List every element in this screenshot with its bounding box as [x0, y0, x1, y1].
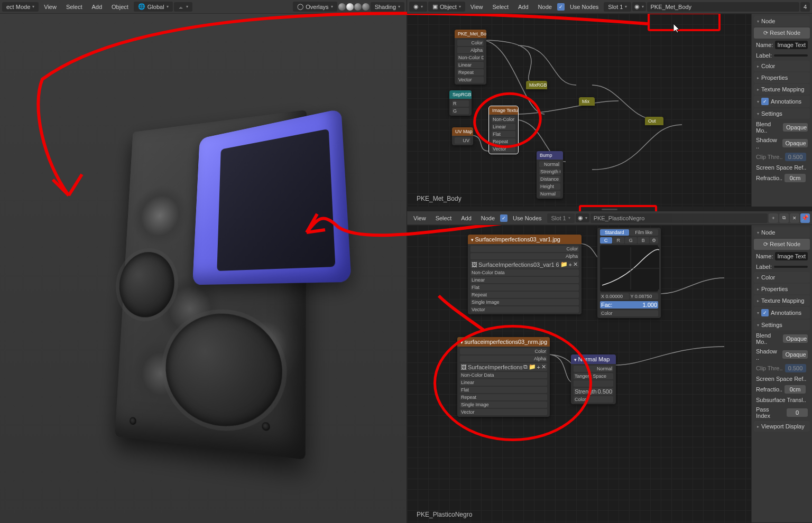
socket-height[interactable]: Height: [539, 183, 560, 190]
prop-source[interactable]: Single Image: [460, 401, 547, 408]
prop-source[interactable]: Single Image: [470, 299, 579, 305]
socket-vector[interactable]: Vector: [470, 306, 579, 313]
shading-spheres[interactable]: [338, 3, 370, 11]
mode-dropdown[interactable]: ect Mode▾: [2, 2, 39, 12]
editor-type-dropdown[interactable]: ◉▾: [409, 2, 427, 12]
menu-view[interactable]: View: [466, 2, 487, 12]
shading-dropdown[interactable]: Shading▾: [371, 2, 404, 12]
new-icon[interactable]: +: [569, 262, 572, 268]
slot-dropdown[interactable]: Slot 1▾: [604, 2, 631, 12]
channel-c[interactable]: C: [600, 237, 612, 244]
prop-colorspace[interactable]: Non-Color Data: [457, 54, 484, 61]
panel-viewport-display[interactable]: ▸Viewport Display: [754, 421, 810, 432]
image-file-row[interactable]: 🖼 SurfaceImperfections03_var1.jpg 6 📁 + …: [470, 260, 579, 268]
menu-select[interactable]: Select: [62, 2, 87, 12]
panel-annotations[interactable]: ▾✓Annotations: [754, 96, 810, 107]
label-field[interactable]: [774, 266, 808, 268]
shadow-dropdown[interactable]: Opaque: [782, 139, 808, 147]
new-material-button[interactable]: +: [769, 213, 778, 223]
new-icon[interactable]: +: [537, 364, 540, 370]
reset-node-button[interactable]: ⟳ Reset Node: [754, 239, 810, 250]
panel-color[interactable]: ▸Color: [754, 272, 810, 283]
prop-proj[interactable]: Flat: [492, 131, 515, 137]
socket-vector[interactable]: Vector: [460, 409, 547, 415]
panel-color[interactable]: ▸Color: [754, 61, 810, 71]
prop-interp[interactable]: Linear: [460, 379, 547, 386]
use-nodes-checkbox[interactable]: ✓: [557, 3, 565, 11]
panel-properties[interactable]: ▸Properties: [754, 72, 810, 83]
socket-normal-in[interactable]: Normal: [539, 191, 560, 197]
shader-type-dropdown[interactable]: ▣Object▾: [428, 2, 465, 12]
prop-strength[interactable]: Strength 0.1: [539, 169, 560, 175]
panel-settings[interactable]: ▾Settings: [754, 108, 810, 119]
socket[interactable]: R: [452, 100, 469, 107]
name-field[interactable]: Image Text: [775, 41, 808, 49]
menu-node[interactable]: Node: [534, 2, 556, 12]
material-name-field[interactable]: PKE_PlasticoNegro: [590, 213, 768, 223]
tab-standard[interactable]: Standard: [600, 229, 629, 236]
fac-slider[interactable]: Fac:1.000: [600, 301, 658, 309]
orientation-dropdown[interactable]: 🌐Global▾: [134, 2, 173, 12]
mix-node-2[interactable]: Mix: [579, 97, 595, 106]
ssr-label[interactable]: Screen Space Ref..: [756, 164, 806, 171]
open-icon[interactable]: 📁: [560, 261, 568, 268]
viewport-3d[interactable]: ect Mode▾ View Select Add Object 🌐Global…: [0, 0, 407, 523]
socket-alpha[interactable]: Alpha: [457, 47, 484, 53]
image-texture-node-2[interactable]: Image Texture Non-Color Data Linear Flat…: [489, 106, 518, 154]
socket-color[interactable]: Color: [574, 396, 613, 403]
material-browse[interactable]: ◉▾: [576, 213, 589, 222]
image-texture-node-1[interactable]: PKE_Met_Body Color Alpha Non-Color Data …: [455, 30, 486, 85]
prop-space[interactable]: Tangent Space: [574, 373, 613, 379]
menu-select[interactable]: Select: [431, 213, 456, 223]
menu-add[interactable]: Add: [87, 2, 106, 12]
prop-proj[interactable]: Flat: [470, 284, 579, 291]
prop-strength[interactable]: Strength0.500: [574, 388, 613, 395]
annotations-check[interactable]: ✓: [761, 98, 769, 105]
copy-button[interactable]: ⧉: [779, 213, 789, 223]
image-texture-node-nrm[interactable]: ▾ surfaceimperfections03_nrm.jpg Color A…: [457, 337, 550, 417]
socket-alpha[interactable]: Alpha: [470, 253, 579, 259]
area-divider[interactable]: [407, 207, 812, 211]
name-field[interactable]: Image Text: [775, 252, 808, 260]
duplicate-icon[interactable]: ⧉: [523, 363, 528, 370]
annotations-check[interactable]: ✓: [761, 309, 769, 316]
menu-view[interactable]: View: [409, 213, 430, 223]
prop-colorspace[interactable]: Non-Color Data: [460, 372, 547, 378]
curve-tools[interactable]: ⚙: [650, 237, 658, 244]
prop-extension[interactable]: Repeat: [460, 394, 547, 400]
bump-node[interactable]: Bump Normal Strength 0.1 Distance Height…: [537, 151, 563, 199]
menu-object[interactable]: Object: [107, 2, 133, 12]
menu-select[interactable]: Select: [488, 2, 513, 12]
curve-widget[interactable]: [600, 245, 658, 292]
panel-node[interactable]: ▾Node: [754, 16, 810, 26]
curve-x[interactable]: X 0.00000: [600, 293, 629, 300]
pin-button[interactable]: 📌: [800, 213, 810, 223]
channel-g[interactable]: G: [625, 237, 637, 244]
rgb-curves-node[interactable]: Standard Film like C R G B ⚙: [597, 228, 661, 318]
image-texture-node-surface1[interactable]: ▾ SurfaceImperfections03_var1.jpg Color …: [468, 235, 582, 314]
ssr-label[interactable]: Screen Space Ref..: [756, 376, 806, 382]
socket-vector[interactable]: Vector: [457, 77, 484, 83]
prop-distance[interactable]: Distance: [539, 176, 560, 182]
channel-b[interactable]: B: [638, 237, 650, 244]
prop-interp[interactable]: Linear: [470, 277, 579, 283]
viewport-canvas[interactable]: [0, 14, 407, 523]
panel-settings[interactable]: ▾Settings: [754, 320, 810, 330]
shading-wireframe-icon[interactable]: [338, 3, 346, 11]
uvmap-node[interactable]: UV MapUV: [452, 127, 473, 145]
menu-node[interactable]: Node: [477, 213, 499, 223]
tab-filmlike[interactable]: Film like: [630, 229, 659, 236]
socket-color[interactable]: Color: [470, 246, 579, 252]
refraction-field[interactable]: 0cm: [785, 174, 806, 182]
node-editor-bottom[interactable]: View Select Add Node ✓ Use Nodes Slot 1▾…: [407, 211, 812, 523]
panel-texmap[interactable]: ▸Texture Mapping: [754, 295, 810, 306]
panel-annotations[interactable]: ▾✓Annotations: [754, 307, 810, 319]
prop-extension[interactable]: Repeat: [457, 69, 484, 76]
unlink-button[interactable]: ✕: [790, 213, 799, 223]
socket-normal-out[interactable]: Normal: [574, 366, 613, 372]
shadow-dropdown[interactable]: Opaque: [782, 350, 808, 359]
menu-add[interactable]: Add: [457, 213, 476, 223]
socket-vector[interactable]: Vector: [492, 146, 515, 152]
sss-label[interactable]: Subsurface Transl..: [756, 397, 806, 403]
channel-r[interactable]: R: [613, 237, 625, 244]
